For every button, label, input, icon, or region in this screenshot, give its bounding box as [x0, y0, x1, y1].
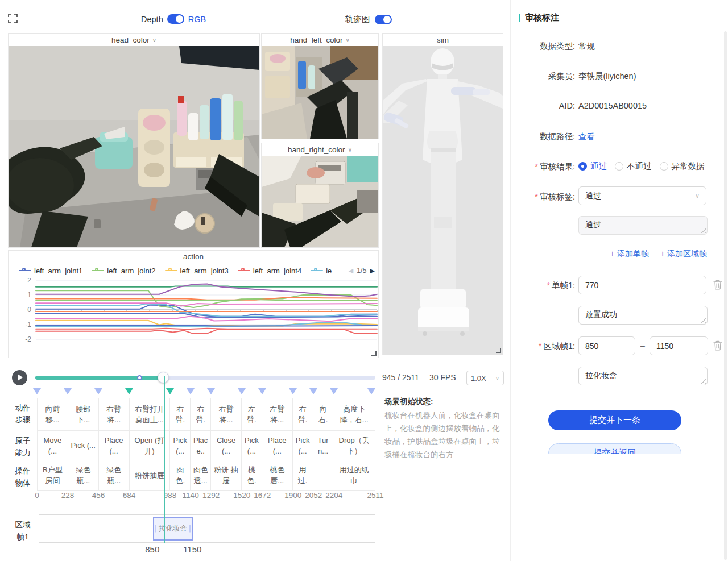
step-cell[interactable]: 桃色 唇... — [262, 460, 293, 490]
region-segment-label: 拉化妆盒 — [159, 524, 187, 534]
step-cell[interactable]: Pick (... — [242, 431, 262, 460]
step-marker-0[interactable] — [33, 388, 41, 394]
radio-option-异常数据[interactable]: 异常数据 — [660, 161, 705, 172]
review-tag-note[interactable]: 通过 — [578, 216, 708, 235]
legend-item-left_arm_joint4[interactable]: left_arm_joint4 — [238, 267, 301, 275]
step-marker-2[interactable] — [94, 388, 102, 394]
step-marker-8[interactable] — [258, 388, 266, 394]
step-cell[interactable]: Place (... — [262, 431, 293, 460]
step-cell[interactable]: 桃 色. — [242, 460, 262, 490]
step-cell[interactable]: 右臂 将... — [99, 398, 130, 430]
step-cell[interactable]: Close (... — [211, 431, 242, 460]
step-cell[interactable]: 绿色 瓶... — [99, 460, 130, 490]
single-frame-input[interactable]: 770 — [578, 276, 706, 294]
step-cell[interactable]: B户型 房间 — [38, 460, 68, 490]
region-segment[interactable]: 拉化妆盒 — [153, 517, 193, 541]
submit-return-button[interactable]: 提交并返回 — [548, 443, 681, 454]
data-path-view-link[interactable]: 查看 — [578, 131, 595, 142]
trajectory-label: 轨迹图 — [345, 14, 370, 25]
speed-select[interactable]: 1.0X ∨ — [466, 371, 504, 385]
resize-handle-icon[interactable] — [371, 351, 377, 356]
step-marker-3[interactable] — [125, 388, 133, 394]
step-cell[interactable]: Pick (... — [68, 431, 99, 460]
step-cell[interactable]: Place (... — [99, 431, 130, 460]
legend-next-icon[interactable]: ▶ — [370, 267, 375, 275]
step-marker-5[interactable] — [187, 388, 195, 394]
step-cell[interactable]: 粉饼 抽屉 — [211, 460, 242, 490]
delete-single-frame-icon[interactable] — [713, 280, 722, 290]
add-region-frame-link[interactable]: + 添加区域帧 — [660, 249, 707, 259]
play-button[interactable] — [12, 370, 27, 385]
step-cell[interactable]: 右 臂. — [293, 398, 313, 430]
timeline-slider[interactable] — [35, 376, 375, 380]
submit-next-button[interactable]: 提交并下一条 — [548, 410, 681, 430]
step-cell[interactable]: Pick (... — [293, 431, 313, 460]
step-cell[interactable]: 肉 色. — [170, 460, 191, 490]
step-cell[interactable]: Turn... — [313, 431, 334, 460]
step-cell[interactable]: Move (... — [38, 431, 68, 460]
step-cell[interactable] — [313, 460, 334, 490]
delete-region-frame-icon[interactable] — [713, 340, 722, 351]
head-color-header[interactable]: head_color ∨ — [9, 34, 259, 46]
step-cell[interactable]: 向 右. — [313, 398, 334, 430]
step-cell[interactable]: 右臂 将... — [211, 398, 242, 430]
step-cell[interactable]: 用过的纸 巾 — [333, 460, 375, 490]
sim-panel: sim — [382, 33, 503, 355]
hand-right-header[interactable]: hand_right_color ∨ — [262, 143, 378, 156]
region-end-input[interactable]: 1150 — [650, 336, 708, 355]
step-cell[interactable]: 向前 移... — [38, 398, 68, 430]
step-cell[interactable]: 左臂 将... — [262, 398, 293, 430]
step-marker-4[interactable] — [166, 388, 174, 394]
step-cell[interactable]: Drop（丢下） — [333, 431, 375, 460]
trajectory-switch[interactable] — [375, 15, 392, 24]
resize-grip-icon[interactable] — [701, 228, 706, 233]
step-cell[interactable]: 绿色 瓶... — [68, 460, 99, 490]
annotation-review-app: Depth RGB 轨迹图 head_color ∨ — [0, 0, 728, 561]
radio-option-不通过[interactable]: 不通过 — [615, 161, 652, 172]
action-chart-panel: action left_arm_joint1 left_arm_joint2 l… — [8, 250, 379, 358]
resize-grip-icon[interactable] — [701, 379, 706, 384]
segment-right-handle[interactable] — [189, 525, 191, 533]
legend-item-left_arm_joint1[interactable]: left_arm_joint1 — [19, 267, 82, 275]
region-range-dash: – — [640, 341, 645, 350]
head-color-image — [9, 46, 259, 247]
step-cell[interactable]: Place.. — [191, 431, 211, 460]
step-marker-12[interactable] — [367, 388, 375, 394]
chevron-down-icon: ∨ — [495, 375, 499, 381]
depth-rgb-switch[interactable] — [167, 14, 184, 24]
step-marker-7[interactable] — [238, 388, 246, 394]
step-cell[interactable]: Pick (... — [170, 431, 191, 460]
step-cell[interactable]: 腰部 下... — [68, 398, 99, 430]
step-marker-11[interactable] — [330, 388, 338, 394]
step-marker-1[interactable] — [64, 388, 72, 394]
legend-prev-icon[interactable]: ◀ — [349, 267, 353, 275]
step-cell[interactable]: 右 臂. — [191, 398, 211, 430]
review-tag-select[interactable]: 通过 ∨ — [578, 186, 706, 205]
step-cell[interactable]: 肉色 透... — [191, 460, 211, 490]
step-cell[interactable]: 右 臂. — [170, 398, 191, 430]
chevron-down-icon: ∨ — [152, 37, 156, 43]
step-marker-10[interactable] — [309, 388, 317, 394]
fullscreen-icon[interactable] — [8, 14, 18, 23]
resize-grip-icon[interactable] — [701, 318, 706, 323]
legend-item-le[interactable]: le — [311, 267, 332, 275]
resize-handle-icon[interactable] — [496, 348, 501, 353]
region-frame-note[interactable]: 拉化妆盒 — [578, 367, 708, 385]
segment-left-handle[interactable] — [155, 525, 156, 533]
add-single-frame-link[interactable]: + 添加单帧 — [610, 249, 649, 259]
legend-item-left_arm_joint3[interactable]: left_arm_joint3 — [165, 267, 229, 275]
step-cell[interactable]: 高度下 降，右... — [333, 398, 375, 430]
step-cell[interactable]: 用 过. — [293, 460, 313, 490]
legend-marker-icon — [238, 268, 250, 273]
hand-left-header[interactable]: hand_left_color ∨ — [262, 34, 378, 46]
legend-pagination: ◀ 1/5 ▶ — [349, 267, 375, 275]
step-marker-9[interactable] — [289, 388, 297, 394]
step-cell[interactable]: 左 臂. — [242, 398, 262, 430]
single-frame-note[interactable]: 放置成功 — [578, 306, 708, 325]
region-boundary-label: 850 — [145, 545, 159, 554]
region-start-input[interactable]: 850 — [578, 336, 635, 355]
radio-option-通过[interactable]: 通过 — [578, 161, 607, 172]
scrollbar[interactable] — [724, 31, 727, 560]
step-marker-6[interactable] — [207, 388, 215, 394]
legend-item-left_arm_joint2[interactable]: left_arm_joint2 — [92, 267, 155, 275]
